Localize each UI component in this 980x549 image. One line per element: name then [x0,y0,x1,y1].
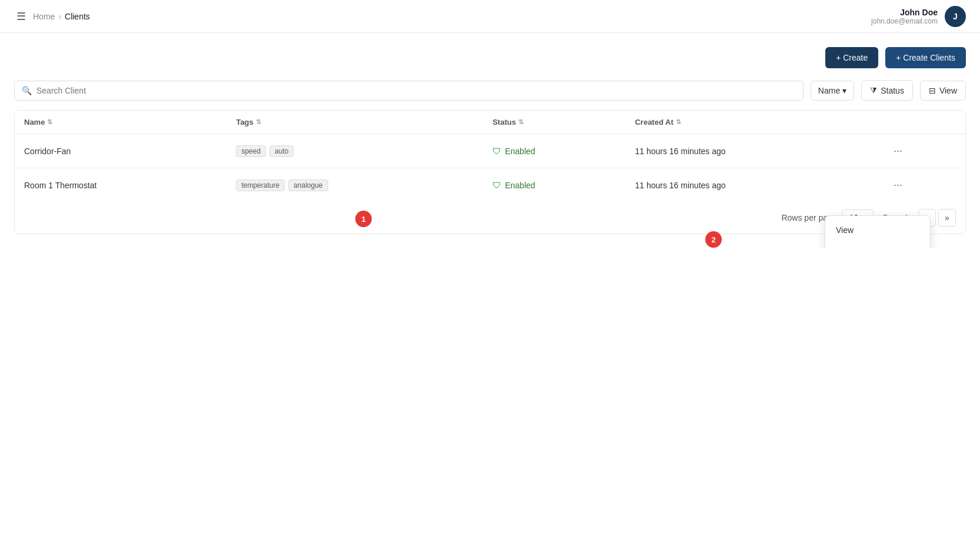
row1-more-button[interactable]: ··· [889,142,907,159]
row2-more-button[interactable]: ··· [889,177,907,194]
create-clients-button[interactable]: + Create Clients [885,47,966,68]
step-badge-2: 2 [705,231,722,248]
enabled-icon-1: 🛡 [492,146,501,156]
view-button[interactable]: ⊟ View [920,81,966,101]
chevron-down-icon: ▾ [842,86,846,95]
table-header: Name ⇅ Tags ⇅ Status [15,111,965,134]
search-icon: 🔍 [22,86,32,95]
breadcrumb-home[interactable]: Home [33,12,55,21]
sort-tags-icon[interactable]: ⇅ [256,118,261,126]
col-status-label: Status [492,118,516,127]
status-filter-button[interactable]: ⧩ Status [861,80,913,101]
header-right: John Doe john.doe@email.com J [871,6,966,27]
row1-name: Corridor-Fan [15,134,226,168]
tag-speed: speed [236,145,266,157]
breadcrumb-current: Clients [65,12,90,21]
sidebar-toggle-button[interactable]: ☰ [14,8,28,25]
content-area: 1 2 🔍 Name ▾ ⧩ Status ⊟ View [14,80,966,234]
pagination-row: Rows per page 10 Page 1 › » [15,202,965,234]
search-box[interactable]: 🔍 [14,81,804,101]
header-left: ☰ Home › Clients [14,8,90,25]
row1-created-at: 11 hours 16 minutes ago [625,134,879,168]
user-name: John Doe [871,8,938,17]
last-page-button[interactable]: » [938,209,956,227]
sidebar-toggle-icon: ☰ [16,11,26,22]
table-row: Room 1 Thermostat temperature analogue 🛡… [15,168,965,202]
sort-status-icon[interactable]: ⇅ [518,118,524,126]
clients-table-container: Name ⇅ Tags ⇅ Status [14,110,966,234]
action-row: + Create + Create Clients [14,47,966,68]
step-badge-1: 1 [355,211,372,227]
search-input[interactable] [36,86,796,95]
tag-temperature: temperature [236,179,285,191]
search-dropdown-label: Name [818,86,840,95]
col-created-at-label: Created At [635,118,673,127]
row1-tags: speed auto [226,134,483,168]
row2-status-label: Enabled [505,181,535,190]
col-created-at: Created At ⇅ [625,111,879,134]
view-icon: ⊟ [929,86,936,95]
menu-item-view[interactable]: View [825,219,930,241]
create-button[interactable]: + Create [825,47,878,68]
row2-tags: temperature analogue [226,168,483,202]
row2-status: 🛡 Enabled [483,168,625,202]
table-row: Corridor-Fan speed auto 🛡 Enabled [15,134,965,168]
menu-item-copy-id[interactable]: Copy ID [825,241,930,248]
user-info: John Doe john.doe@email.com [871,8,938,25]
main-content: + Create + Create Clients 1 2 🔍 Name ▾ ⧩… [0,33,980,248]
sort-name-icon[interactable]: ⇅ [47,118,52,126]
context-menu: View Copy ID Connect to Channel Share wi… [825,215,931,248]
col-status: Status ⇅ [483,111,625,134]
clients-table: Name ⇅ Tags ⇅ Status [15,111,965,202]
row1-actions: ··· [879,134,965,168]
row1-status-label: Enabled [505,147,535,156]
tag-auto: auto [269,145,294,157]
col-name: Name ⇅ [15,111,226,134]
status-filter-label: Status [881,86,904,95]
table-body: Corridor-Fan speed auto 🛡 Enabled [15,134,965,202]
tag-analogue: analogue [288,179,328,191]
search-filter-row: 🔍 Name ▾ ⧩ Status ⊟ View [14,80,966,101]
enabled-icon-2: 🛡 [492,180,501,190]
header: ☰ Home › Clients John Doe john.doe@email… [0,0,980,33]
sort-created-icon[interactable]: ⇅ [676,118,681,126]
avatar: J [945,6,966,27]
row2-created-at: 11 hours 16 minutes ago [625,168,879,202]
col-tags-label: Tags [236,118,253,127]
row2-actions: ··· [879,168,965,202]
breadcrumb: Home › Clients [33,12,90,21]
col-actions [879,111,965,134]
search-dropdown[interactable]: Name ▾ [811,81,854,101]
col-name-label: Name [24,118,45,127]
row1-status: 🛡 Enabled [483,134,625,168]
row2-name: Room 1 Thermostat [15,168,226,202]
breadcrumb-separator: › [58,12,61,21]
view-label: View [939,86,957,95]
user-email: john.doe@email.com [871,17,938,25]
filter-icon: ⧩ [870,85,877,95]
col-tags: Tags ⇅ [226,111,483,134]
